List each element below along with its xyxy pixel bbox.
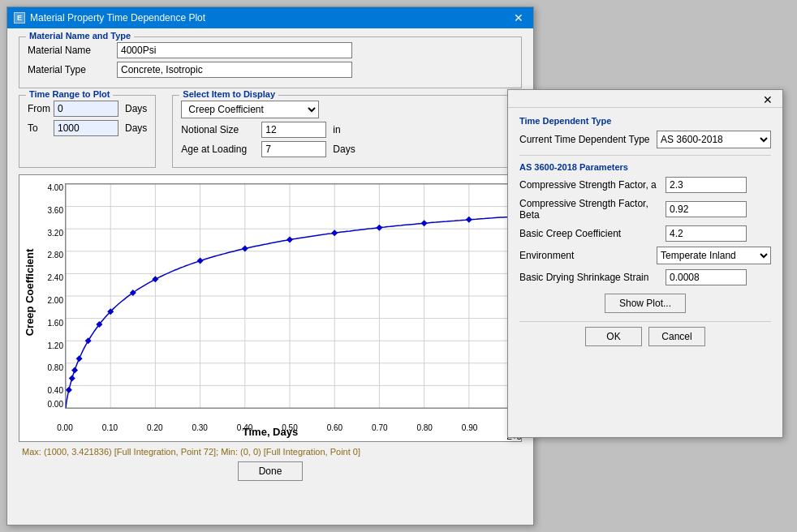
comp-strength-beta-label: Compressive Strength Factor, Beta [519, 198, 666, 221]
chart-container: Creep Coefficient 4.00 3.60 3.20 2.80 2.… [19, 174, 522, 442]
material-section-label: Material Name and Type [26, 31, 134, 41]
to-label: To [28, 122, 50, 134]
environment-label: Environment [519, 250, 657, 261]
y-tick-200: 2.00 [48, 296, 63, 305]
age-at-loading-unit: Days [333, 144, 355, 155]
from-input[interactable] [54, 101, 118, 117]
basic-creep-row: Basic Creep Coefficient [519, 225, 771, 242]
material-type-row: Material Type [28, 62, 513, 78]
done-button[interactable]: Done [238, 461, 303, 481]
ok-button[interactable]: OK [585, 327, 642, 346]
y-tick-160: 1.60 [48, 319, 63, 328]
y-tick-040: 0.40 [48, 386, 63, 395]
material-name-input[interactable] [117, 42, 352, 58]
basic-creep-input[interactable] [666, 225, 747, 242]
basic-creep-label: Basic Creep Coefficient [519, 228, 666, 239]
current-type-row: Current Time Dependent Type AS 3600-2018… [519, 131, 771, 148]
notional-size-label: Notional Size [181, 124, 258, 135]
comp-strength-beta-input[interactable] [666, 201, 747, 217]
y-tick-320: 3.20 [48, 229, 63, 238]
notional-size-unit: in [333, 124, 340, 135]
comp-strength-a-row: Compressive Strength Factor, a [519, 177, 771, 193]
second-titlebar: ✕ [508, 90, 782, 108]
chart-plot [65, 183, 515, 409]
main-titlebar: E Material Property Time Dependence Plot… [7, 7, 533, 28]
main-window: E Material Property Time Dependence Plot… [6, 6, 534, 526]
material-type-label: Material Type [28, 64, 117, 75]
chart-curve [66, 184, 514, 408]
y-tick-240: 2.40 [48, 273, 63, 282]
show-plot-button[interactable]: Show Plot... [605, 294, 686, 313]
main-window-title: Material Property Time Dependence Plot [30, 12, 205, 24]
done-row: Done [19, 461, 522, 481]
material-section: Material Name and Type Material Name Mat… [19, 36, 522, 88]
select-item-section: Select Item to Display Creep Coefficient… [172, 95, 522, 168]
params-section-label: AS 3600-2018 Parameters [519, 162, 771, 172]
basic-drying-input[interactable] [666, 269, 747, 285]
time-dependent-type-label: Time Dependent Type [519, 116, 771, 126]
cancel-button[interactable]: Cancel [648, 327, 705, 346]
main-content: Material Name and Type Material Name Mat… [7, 28, 533, 489]
select-item-label: Select Item to Display [179, 89, 278, 99]
app-icon: E [14, 12, 25, 24]
item-select-row: Creep Coefficient [181, 101, 513, 118]
age-at-loading-input[interactable] [261, 141, 326, 157]
titlebar-left: E Material Property Time Dependence Plot [14, 12, 205, 24]
second-window: ✕ Time Dependent Type Current Time Depen… [507, 89, 783, 438]
basic-drying-row: Basic Drying Shrinkage Strain [519, 269, 771, 285]
from-label: From [28, 103, 50, 114]
y-tick-360: 3.60 [48, 206, 63, 215]
middle-sections: Time Range to Plot From Days To Days Sel… [19, 95, 522, 168]
age-at-loading-row: Age at Loading Days [181, 141, 513, 157]
environment-row: Environment Temperate Inland Tropical/Co… [519, 247, 771, 264]
to-input[interactable] [54, 120, 118, 136]
item-select[interactable]: Creep Coefficient [181, 101, 319, 118]
to-row: To Days [28, 120, 147, 136]
from-unit: Days [125, 103, 147, 114]
divider1 [519, 155, 771, 156]
to-unit: Days [125, 122, 147, 134]
y-tick-400: 4.00 [48, 183, 63, 192]
x-axis-label: Time, Days [19, 426, 521, 438]
ok-cancel-row: OK Cancel [519, 321, 771, 351]
from-row: From Days [28, 101, 147, 117]
y-tick-120: 1.20 [48, 341, 63, 350]
y-tick-000: 0.00 [48, 400, 63, 409]
comp-strength-beta-row: Compressive Strength Factor, Beta [519, 198, 771, 221]
comp-strength-a-input[interactable] [666, 177, 747, 193]
environment-dropdown[interactable]: Temperate Inland Tropical/Coastal Arid [657, 247, 771, 264]
y-tick-080: 0.80 [48, 363, 63, 372]
material-name-row: Material Name [28, 42, 513, 58]
current-type-label: Current Time Dependent Type [519, 134, 657, 145]
comp-strength-a-label: Compressive Strength Factor, a [519, 179, 666, 191]
y-axis-label: Creep Coefficient [24, 248, 37, 336]
y-tick-280: 2.80 [48, 251, 63, 260]
age-at-loading-label: Age at Loading [181, 144, 258, 155]
y-ticks: 4.00 3.60 3.20 2.80 2.40 2.00 1.60 1.20 … [37, 183, 63, 409]
second-content: Time Dependent Type Current Time Depende… [508, 108, 782, 359]
status-bar: Max: (1000, 3.421836) [Full Integration,… [19, 445, 522, 458]
material-name-label: Material Name [28, 45, 117, 56]
time-range-label: Time Range to Plot [26, 89, 113, 99]
time-range-section: Time Range to Plot From Days To Days [19, 95, 156, 168]
current-type-dropdown[interactable]: AS 3600-2018 ACI 209 CEB-FIP 1990 GL 200… [657, 131, 771, 148]
material-type-input[interactable] [117, 62, 352, 78]
notional-size-input[interactable] [261, 122, 326, 138]
basic-drying-label: Basic Drying Shrinkage Strain [519, 272, 666, 283]
notional-size-row: Notional Size in [181, 122, 513, 138]
main-close-button[interactable]: ✕ [511, 10, 527, 26]
second-close-button[interactable]: ✕ [760, 92, 776, 108]
